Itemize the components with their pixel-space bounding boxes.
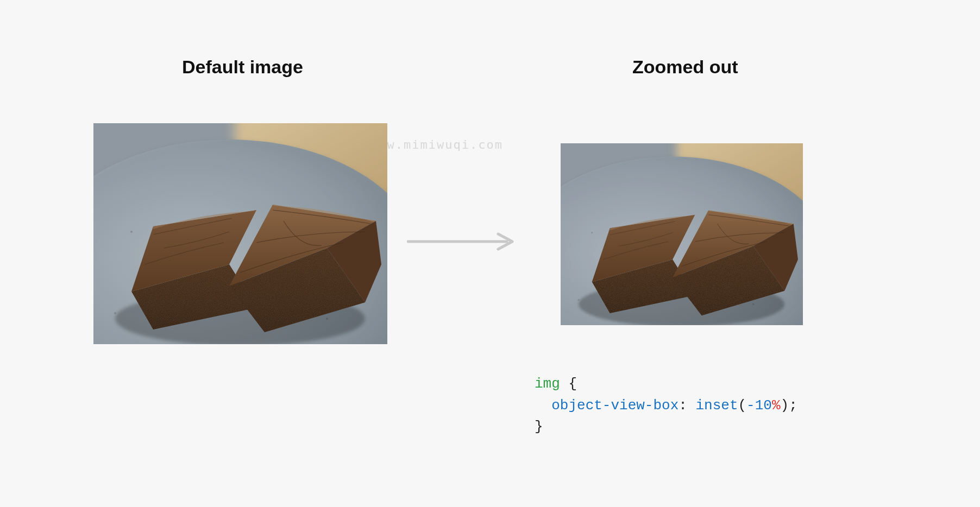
heading-default-image: Default image bbox=[182, 56, 303, 78]
code-brace-close: } bbox=[535, 419, 543, 435]
code-selector: img bbox=[535, 376, 560, 392]
watermark-text: www.mimiwuqi.com bbox=[370, 138, 503, 151]
code-function: inset bbox=[695, 397, 738, 414]
code-value-number: -10 bbox=[746, 397, 772, 414]
css-code-snippet: img { object-view-box: inset(-10%); } bbox=[535, 373, 797, 438]
heading-zoomed-out: Zoomed out bbox=[632, 56, 738, 78]
code-semicolon: ; bbox=[789, 397, 797, 414]
arrow-right-icon bbox=[407, 232, 516, 251]
code-value-unit: % bbox=[772, 397, 781, 414]
brownies-photo-zoomed bbox=[561, 143, 803, 325]
code-paren-open: ( bbox=[738, 397, 747, 414]
code-paren-close: ) bbox=[781, 397, 789, 414]
brownies-photo-default bbox=[93, 123, 387, 344]
image-default bbox=[93, 123, 387, 344]
image-zoomed-out bbox=[561, 143, 803, 325]
code-brace-open: { bbox=[568, 376, 577, 392]
code-property: object-view-box bbox=[551, 397, 679, 414]
code-colon: : bbox=[679, 397, 695, 414]
